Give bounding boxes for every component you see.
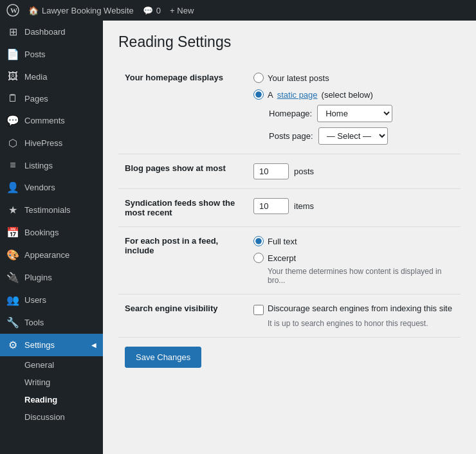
svg-text:W: W <box>10 6 17 14</box>
appearance-icon: 🎨 <box>6 249 19 261</box>
sidebar-item-hivepress[interactable]: ⬡ HivePress <box>0 132 103 154</box>
homepage-select-label: Homepage: <box>269 109 312 118</box>
submenu-label-writing: Writing <box>24 377 50 387</box>
excerpt-option[interactable]: Excerpt <box>253 253 454 263</box>
settings-icon: ⚙ <box>6 339 19 351</box>
listings-icon: ≡ <box>6 159 19 171</box>
sidebar-label-hivepress: HivePress <box>24 138 62 148</box>
sidebar-label-posts: Posts <box>24 50 46 59</box>
full-text-label: Full text <box>268 237 297 246</box>
blog-pages-input-row: posts <box>253 163 454 179</box>
sidebar-label-settings: Settings <box>24 340 55 350</box>
homepage-select[interactable]: Home Sample Page <box>317 105 392 122</box>
submenu-item-writing[interactable]: Writing <box>0 374 103 391</box>
sidebar-label-comments: Comments <box>24 116 65 125</box>
latest-posts-radio[interactable] <box>253 73 264 83</box>
feed-include-row: For each post in a feed, include Full te… <box>118 227 461 295</box>
sidebar-item-pages[interactable]: 🗒 Pages <box>0 87 103 109</box>
sidebar-item-bookings[interactable]: 📅 Bookings <box>0 221 103 244</box>
static-page-label-suffix: (select below) <box>322 90 373 100</box>
homepage-displays-cell: Your latest posts A static page (select … <box>247 64 461 154</box>
dashboard-icon: ⊞ <box>6 26 19 38</box>
sidebar-label-media: Media <box>24 72 47 82</box>
plugins-icon: 🔌 <box>6 271 19 284</box>
comments-count: 0 <box>156 6 161 15</box>
feed-include-label: For each post in a feed, include <box>118 227 247 295</box>
syndication-feeds-suffix: items <box>294 201 314 211</box>
static-page-radio[interactable] <box>253 89 264 100</box>
feed-include-cell: Full text Excerpt Your theme determines … <box>247 227 461 295</box>
main-layout: ⊞ Dashboard 📄 Posts 🖼 Media 🗒 Pages 💬 Co… <box>0 21 476 454</box>
sidebar-item-settings[interactable]: ⚙ Settings ◀ <box>0 334 103 356</box>
search-engine-label: Search engine visibility <box>118 295 247 338</box>
sidebar-item-listings[interactable]: ≡ Listings <box>0 154 103 176</box>
static-page-link[interactable]: static page <box>277 90 318 100</box>
excerpt-label: Excerpt <box>268 253 296 263</box>
sidebar: ⊞ Dashboard 📄 Posts 🖼 Media 🗒 Pages 💬 Co… <box>0 21 103 454</box>
submenu-item-general[interactable]: General <box>0 356 103 374</box>
excerpt-radio[interactable] <box>253 253 264 263</box>
syndication-feeds-input-row: items <box>253 198 454 214</box>
sidebar-item-media[interactable]: 🖼 Media <box>0 66 103 87</box>
sidebar-label-dashboard: Dashboard <box>24 27 66 37</box>
blog-pages-suffix: posts <box>294 167 314 176</box>
new-content-item[interactable]: + New <box>170 6 194 15</box>
sidebar-label-testimonials: Testimonials <box>24 205 71 215</box>
hivepress-icon: ⬡ <box>6 137 19 149</box>
blog-pages-label: Blog pages show at most <box>118 154 247 189</box>
search-engine-checkbox-row: Discourage search engines from indexing … <box>253 304 454 315</box>
sidebar-item-vendors[interactable]: 👤 Vendors <box>0 176 103 199</box>
submenu-item-discussion[interactable]: Discussion <box>0 408 103 426</box>
sidebar-item-users[interactable]: 👥 Users <box>0 289 103 311</box>
syndication-feeds-row: Syndication feeds show the most recent i… <box>118 189 461 227</box>
sidebar-item-plugins[interactable]: 🔌 Plugins <box>0 266 103 289</box>
submit-row: Save Changes <box>118 337 461 377</box>
comments-item[interactable]: 💬 0 <box>143 6 161 15</box>
homepage-radio-group: Your latest posts A static page (select … <box>253 73 454 100</box>
sidebar-item-appearance[interactable]: 🎨 Appearance <box>0 244 103 266</box>
submenu-label-reading: Reading <box>24 395 57 404</box>
posts-page-select[interactable]: — Select — Blog News <box>318 127 388 145</box>
sidebar-item-comments[interactable]: 💬 Comments <box>0 109 103 132</box>
search-engine-cell: Discourage search engines from indexing … <box>247 295 461 338</box>
new-label: + New <box>170 6 194 15</box>
blog-pages-cell: posts <box>247 154 461 189</box>
full-text-option[interactable]: Full text <box>253 236 454 246</box>
wp-logo-item[interactable]: W <box>6 4 19 17</box>
latest-posts-label: Your latest posts <box>268 73 329 83</box>
blog-pages-input[interactable] <box>253 163 289 179</box>
vendors-icon: 👤 <box>6 181 19 194</box>
main-content: Reading Settings Your homepage displays … <box>103 21 476 454</box>
pages-icon: 🗒 <box>6 93 19 104</box>
sidebar-item-posts[interactable]: 📄 Posts <box>0 43 103 66</box>
site-name-item[interactable]: 🏠 Lawyer Booking Website <box>28 6 134 15</box>
feed-include-radio-group: Full text Excerpt <box>253 236 454 263</box>
latest-posts-option[interactable]: Your latest posts <box>253 73 454 83</box>
comment-icon: 💬 <box>143 6 153 15</box>
comments-icon: 💬 <box>6 114 19 127</box>
sidebar-item-dashboard[interactable]: ⊞ Dashboard <box>0 21 103 43</box>
sidebar-item-testimonials[interactable]: ★ Testimonials <box>0 199 103 221</box>
search-engine-checkbox[interactable] <box>253 305 264 315</box>
users-icon: 👥 <box>6 294 19 306</box>
full-text-radio[interactable] <box>253 236 264 246</box>
static-page-option[interactable]: A static page (select below) <box>253 89 454 100</box>
posts-page-label: Posts page: <box>269 131 313 141</box>
sidebar-label-pages: Pages <box>24 94 48 104</box>
home-icon: 🏠 <box>28 6 39 15</box>
save-changes-button[interactable]: Save Changes <box>125 347 201 368</box>
syndication-feeds-input[interactable] <box>253 198 289 214</box>
posts-page-select-row: Posts page: — Select — Blog News <box>253 127 454 145</box>
sidebar-item-tools[interactable]: 🔧 Tools <box>0 311 103 334</box>
tools-icon: 🔧 <box>6 316 19 329</box>
submenu-label-discussion: Discussion <box>24 412 65 422</box>
page-title: Reading Settings <box>118 33 461 51</box>
submenu-item-reading[interactable]: Reading <box>0 391 103 408</box>
admin-bar: W 🏠 Lawyer Booking Website 💬 0 + New <box>0 0 476 21</box>
static-page-label-prefix: A <box>268 90 273 100</box>
sidebar-label-plugins: Plugins <box>24 273 52 282</box>
settings-arrow-icon: ◀ <box>91 341 96 349</box>
testimonials-icon: ★ <box>6 204 19 216</box>
sidebar-label-users: Users <box>24 295 46 305</box>
search-engine-checkbox-label: Discourage search engines from indexing … <box>268 304 452 313</box>
